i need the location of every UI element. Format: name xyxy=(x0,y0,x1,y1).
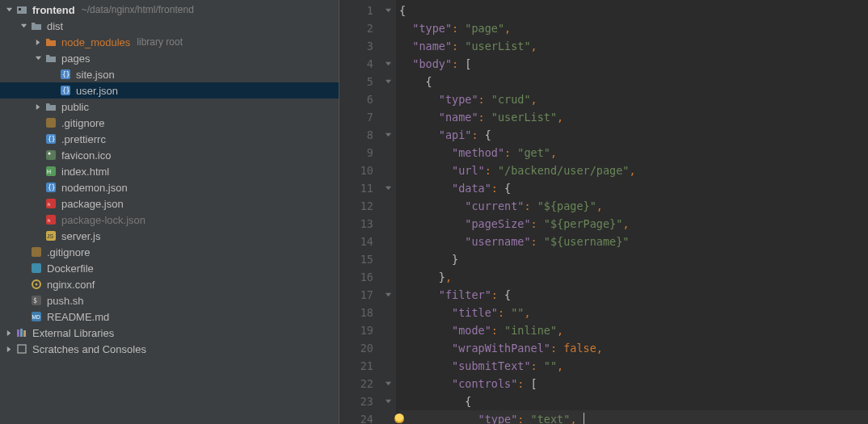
code-line[interactable]: "type": "text", xyxy=(399,410,868,424)
project-path: ~/data/nginx/html/frontend xyxy=(82,4,194,15)
fold-toggle-icon[interactable] xyxy=(380,375,396,393)
code-line[interactable]: "pageSize": "${perPage}", xyxy=(399,215,868,233)
chevron-right-icon[interactable] xyxy=(3,346,15,353)
json-icon xyxy=(58,69,73,80)
project-root[interactable]: frontend~/data/nginx/html/frontend xyxy=(0,2,339,18)
code-line[interactable]: "title": "", xyxy=(399,304,868,321)
tree-item-favicon[interactable]: favicon.ico xyxy=(0,147,339,163)
tree-item-nodemon[interactable]: nodemon.json xyxy=(0,179,339,195)
tree-item-indexhtml[interactable]: index.html xyxy=(0,163,339,179)
scratches-and-consoles-label: Scratches and Consoles xyxy=(32,343,146,355)
line-number: 16 xyxy=(339,268,380,286)
json-icon xyxy=(58,85,73,96)
tree-item-prettierrc[interactable]: .prettierrc xyxy=(0,131,339,147)
code-line[interactable]: { xyxy=(399,2,868,19)
scratches-and-consoles[interactable]: Scratches and Consoles xyxy=(0,341,339,357)
tree-label: favicon.ico xyxy=(61,149,111,162)
tree-label: server.js xyxy=(61,230,100,242)
line-number: 13 xyxy=(339,215,380,233)
code-area[interactable]: { "type": "page", "name": "userList", "b… xyxy=(396,0,868,424)
tree-item-gitignore1[interactable]: .gitignore xyxy=(0,115,339,131)
code-line[interactable]: "api": { xyxy=(399,126,868,144)
project-icon xyxy=(15,4,29,15)
tree-label: .prettierrc xyxy=(61,133,106,145)
code-line[interactable]: { xyxy=(399,73,868,90)
chevron-right-icon[interactable] xyxy=(3,330,15,337)
code-line[interactable]: "filter": { xyxy=(399,286,868,304)
tree-item-dist[interactable]: dist xyxy=(0,18,339,34)
tree-item-public[interactable]: public xyxy=(0,99,339,115)
code-line[interactable]: "mode": "inline", xyxy=(399,321,868,339)
code-line[interactable]: { xyxy=(399,393,868,410)
tree-label: node_modules xyxy=(61,36,130,48)
code-line[interactable]: } xyxy=(399,250,868,268)
npm-icon xyxy=(44,214,58,225)
chevron-down-icon[interactable] xyxy=(32,55,44,62)
code-line[interactable]: "submitText": "", xyxy=(399,357,868,375)
tree-label: README.md xyxy=(47,311,109,323)
fold-toggle-icon[interactable] xyxy=(380,126,396,144)
line-gutter: 123456789101112131415161718192021222324 xyxy=(339,0,380,424)
code-line[interactable]: "body": [ xyxy=(399,55,868,73)
line-number: 20 xyxy=(339,339,380,357)
code-line[interactable]: "username": "${username}" xyxy=(399,233,868,250)
fold-column[interactable] xyxy=(380,0,396,424)
code-line[interactable]: "wrapWithPanel": false, xyxy=(399,339,868,357)
line-number: 19 xyxy=(339,321,380,339)
line-number: 8 xyxy=(339,126,380,144)
line-number: 22 xyxy=(339,375,380,393)
tree-item-server[interactable]: server.js xyxy=(0,228,339,244)
code-line[interactable]: "type": "crud", xyxy=(399,90,868,108)
fold-toggle-icon[interactable] xyxy=(380,73,396,90)
json-icon xyxy=(44,133,58,145)
tree-label: site.json xyxy=(76,69,115,81)
line-number: 3 xyxy=(339,37,380,55)
code-line[interactable]: "current": "${page}", xyxy=(399,197,868,215)
md-icon xyxy=(29,311,44,322)
tree-label: index.html xyxy=(61,166,109,178)
chevron-right-icon[interactable] xyxy=(32,39,44,46)
line-number: 5 xyxy=(339,73,380,90)
tree-item-pushsh[interactable]: push.sh xyxy=(0,292,339,309)
code-line[interactable]: "data": { xyxy=(399,179,868,197)
line-number: 12 xyxy=(339,197,380,215)
tree-item-user_json[interactable]: user.json xyxy=(0,82,339,99)
tree-item-pages[interactable]: pages xyxy=(0,50,339,66)
tree-item-gitignore2[interactable]: .gitignore xyxy=(0,244,339,260)
tree-item-dockerfile[interactable]: Dockerfile xyxy=(0,260,339,276)
tree-item-nginxconf[interactable]: nginx.conf xyxy=(0,276,339,292)
tree-item-packagejson[interactable]: package.json xyxy=(0,195,339,212)
tree-label: public xyxy=(61,101,89,113)
scratches-and-consoles-icon xyxy=(15,343,29,355)
tree-item-readme[interactable]: README.md xyxy=(0,309,339,325)
code-line[interactable]: }, xyxy=(399,268,868,286)
code-line[interactable]: "url": "/backend/user/page", xyxy=(399,162,868,179)
code-line[interactable]: "name": "userList", xyxy=(399,108,868,126)
external-libraries-label: External Libraries xyxy=(32,327,114,339)
fold-toggle-icon[interactable] xyxy=(380,2,396,19)
fold-toggle-icon[interactable] xyxy=(380,179,396,197)
code-line[interactable]: "type": "page", xyxy=(399,19,868,37)
code-line[interactable]: "method": "get", xyxy=(399,144,868,162)
project-tree[interactable]: frontend~/data/nginx/html/frontenddistno… xyxy=(0,0,339,424)
tree-item-node_modules[interactable]: node_moduleslibrary root xyxy=(0,34,339,50)
external-libraries[interactable]: External Libraries xyxy=(0,325,339,341)
code-line[interactable]: "name": "userList", xyxy=(399,37,868,55)
code-line[interactable]: "controls": [ xyxy=(399,375,868,393)
fold-toggle-icon[interactable] xyxy=(380,286,396,304)
chevron-down-icon[interactable] xyxy=(3,6,15,14)
code-editor[interactable]: 123456789101112131415161718192021222324 … xyxy=(339,0,868,424)
tree-item-site_json[interactable]: site.json xyxy=(0,66,339,82)
tree-label: package.json xyxy=(61,198,124,210)
chevron-down-icon[interactable] xyxy=(18,23,29,30)
line-number: 7 xyxy=(339,108,380,126)
line-number: 18 xyxy=(339,304,380,321)
fold-toggle-icon[interactable] xyxy=(380,55,396,73)
external-libraries-icon xyxy=(15,327,29,338)
tree-label: package-lock.json xyxy=(61,214,145,226)
tree-item-packlock[interactable]: package-lock.json xyxy=(0,212,339,228)
tree-label: pages xyxy=(61,52,90,65)
fold-toggle-icon[interactable] xyxy=(380,393,396,410)
chevron-right-icon[interactable] xyxy=(32,103,44,111)
line-number: 9 xyxy=(339,144,380,162)
